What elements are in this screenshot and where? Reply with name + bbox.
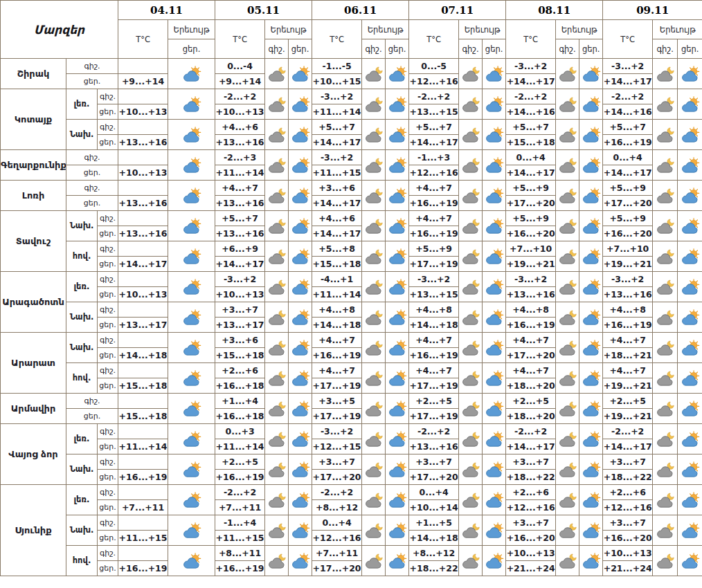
day-row-label: ցեր. — [98, 226, 118, 241]
cloud-moon-icon — [655, 157, 676, 174]
day-temp: +13...+17 — [118, 318, 168, 333]
cloud-sun-cell — [289, 485, 312, 515]
cloud-sun-cell — [386, 272, 409, 302]
phenomenon-header: Երեւույթ — [168, 20, 215, 39]
cloud-sun-icon — [387, 127, 408, 143]
day-temp: +9...+14 — [215, 74, 265, 89]
temp-header: T°C — [118, 20, 168, 59]
cloud-sun-icon — [581, 461, 602, 478]
cloud-moon-icon — [267, 401, 287, 417]
cloud-sun-icon — [290, 370, 311, 387]
cloud-sun-icon — [581, 431, 602, 448]
forecast-row-night: Նախ.գիշ.+4...+6+5...+7+5...+7+5...+7+5..… — [1, 120, 702, 135]
cloud-sun-cell — [483, 394, 506, 424]
cloud-sun-icon — [290, 309, 311, 326]
cloud-moon-icon — [557, 370, 578, 387]
night-temp: -4...+1 — [312, 272, 362, 287]
day-temp: +12...+16 — [409, 165, 459, 181]
cloud-sun-cell — [386, 59, 409, 89]
weather-forecast-table: Մարզեր 04.11 05.11 06.11 07.11 08.11 09.… — [0, 0, 702, 576]
date-header-3: 06.11 — [312, 1, 409, 20]
cloud-moon-cell — [362, 241, 386, 272]
night-temp: -1...+4 — [215, 515, 265, 531]
region-name: Վայոց ձոր — [1, 424, 66, 485]
day-temp: +13...+15 — [409, 104, 459, 120]
forecast-row-night: Վայոց ձորլեռ.գիշ.0...+3-3...+2-2...+2-2.… — [1, 424, 702, 439]
cloud-sun-icon — [290, 157, 311, 174]
night-temp: +4...+8 — [409, 302, 459, 318]
cloud-sun-icon — [290, 492, 311, 508]
day-temp: +16...+19 — [118, 561, 168, 576]
day-temp: +14...+18 — [118, 348, 168, 363]
cloud-moon-cell — [459, 394, 483, 424]
night-temp — [118, 424, 168, 439]
day-temp: +16...+19 — [603, 318, 653, 333]
cloud-moon-cell — [556, 120, 579, 150]
cloud-moon-icon — [460, 157, 481, 174]
cloud-moon-icon — [557, 492, 578, 508]
night-temp — [118, 302, 168, 318]
cloud-sun-cell — [168, 363, 215, 394]
cloud-moon-icon — [655, 370, 676, 387]
day-temp: +15...+18 — [118, 378, 168, 394]
cloud-sun-cell — [678, 241, 702, 272]
zone-label: Նախ. — [66, 454, 98, 485]
night-temp: -2...+2 — [215, 89, 265, 104]
day-temp: +19...+21 — [506, 257, 556, 272]
cloud-sun-cell — [579, 89, 603, 120]
cloud-sun-icon — [680, 309, 701, 326]
cloud-sun-icon — [680, 66, 701, 82]
day-row-label: ցեր. — [98, 470, 118, 485]
cloud-sun-cell — [678, 424, 702, 454]
night-temp: +5...+9 — [603, 211, 653, 226]
cloud-sun-cell — [168, 241, 215, 272]
cloud-moon-icon — [655, 309, 676, 326]
cloud-sun-cell — [483, 546, 506, 576]
night-temp: -3...+2 — [215, 272, 265, 287]
cloud-sun-icon — [484, 96, 505, 113]
cloud-moon-cell — [265, 546, 289, 576]
region-name: Լոռի — [1, 181, 66, 211]
night-row-label: գիշ. — [98, 272, 118, 287]
night-temp: +2...+5 — [603, 394, 653, 409]
cloud-moon-icon — [460, 492, 481, 508]
night-temp — [118, 150, 168, 165]
cloud-sun-cell — [168, 272, 215, 302]
night-temp: +5...+7 — [409, 120, 459, 135]
cloud-sun-cell — [386, 546, 409, 576]
cloud-moon-cell — [653, 454, 678, 485]
cloud-sun-icon — [290, 340, 311, 356]
cloud-moon-cell — [362, 485, 386, 515]
cloud-sun-icon — [680, 248, 701, 265]
cloud-moon-cell — [653, 515, 678, 546]
cloud-moon-cell — [265, 302, 289, 333]
day-temp: +14...+17 — [312, 196, 362, 211]
night-temp: +4...+7 — [409, 181, 459, 196]
day-temp: +18...+22 — [506, 470, 556, 485]
cloud-moon-cell — [362, 272, 386, 302]
cloud-sun-icon — [290, 522, 311, 539]
forecast-table-body: Շիրակգիշ.0...-4-1...-50...-5-3...+2-3...… — [1, 59, 702, 576]
cloud-moon-icon — [557, 218, 578, 235]
cloud-moon-cell — [556, 485, 579, 515]
cloud-moon-cell — [265, 272, 289, 302]
cloud-sun-cell — [579, 424, 603, 454]
cloud-moon-icon — [267, 309, 287, 326]
cloud-sun-cell — [289, 241, 312, 272]
phenomenon-header: Երեւույթ — [362, 20, 409, 39]
cloud-sun-icon — [680, 187, 701, 204]
cloud-sun-icon — [484, 248, 505, 265]
cloud-moon-cell — [265, 150, 289, 181]
cloud-moon-cell — [265, 424, 289, 454]
forecast-row-night: Նախ.գիշ.+3...+7+4...+8+4...+8+4...+8+4..… — [1, 302, 702, 318]
day-temp: +14...+17 — [506, 74, 556, 89]
date-header-5: 08.11 — [506, 1, 603, 20]
cloud-moon-cell — [362, 424, 386, 454]
cloud-moon-icon — [267, 522, 287, 539]
day-temp: +16...+19 — [506, 318, 556, 333]
cloud-sun-cell — [289, 302, 312, 333]
day-subheader: ցեր. — [579, 39, 603, 59]
night-temp: +5...+9 — [603, 181, 653, 196]
cloud-moon-icon — [557, 66, 578, 82]
night-temp: -3...+2 — [506, 59, 556, 74]
